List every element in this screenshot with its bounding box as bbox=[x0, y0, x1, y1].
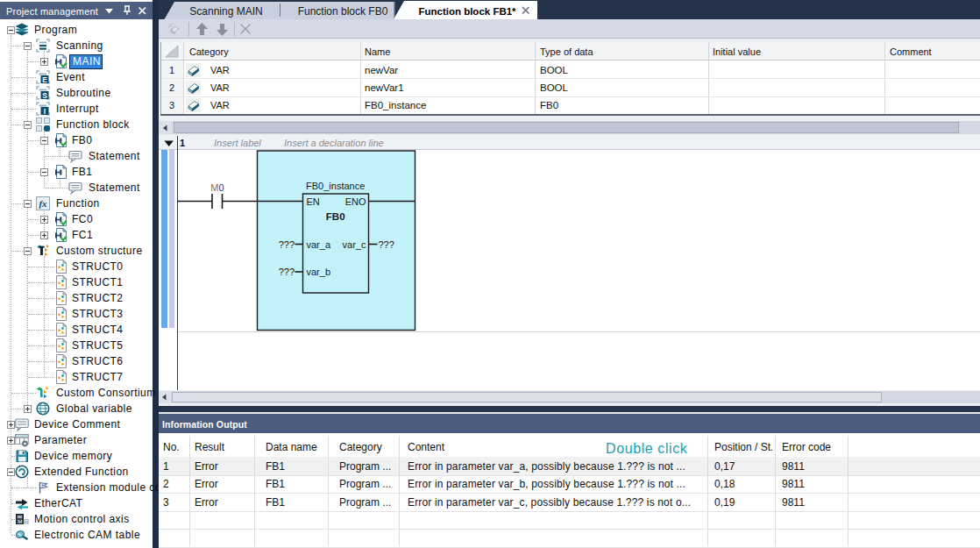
svg-text:S: S bbox=[42, 91, 47, 100]
svg-text:I: I bbox=[44, 107, 46, 116]
svg-text:fx: fx bbox=[39, 198, 47, 209]
svg-text:E: E bbox=[42, 75, 47, 84]
svg-text:M: M bbox=[18, 519, 22, 524]
